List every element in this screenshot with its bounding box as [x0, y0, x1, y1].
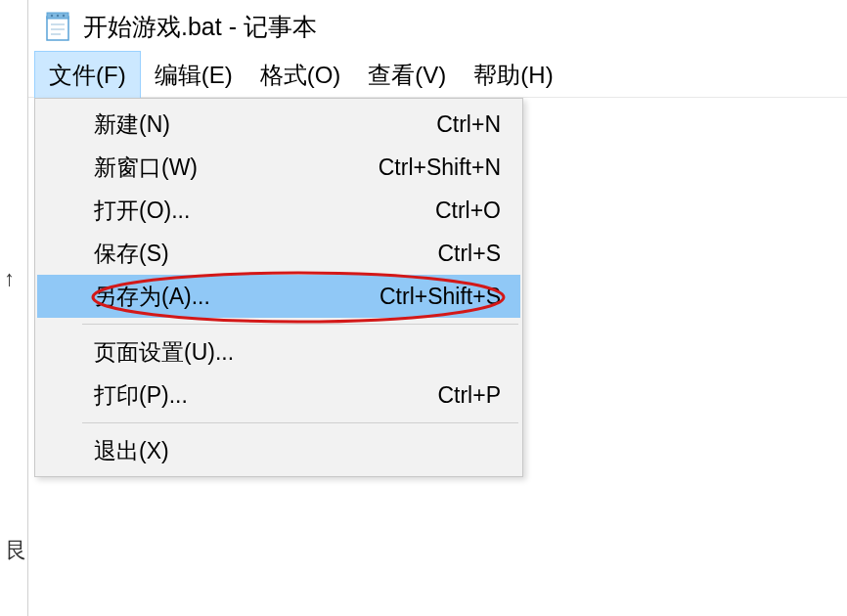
menu-item-save[interactable]: 保存(S) Ctrl+S: [37, 232, 520, 275]
menu-item-save-as[interactable]: 另存为(A)... Ctrl+Shift+S: [37, 275, 520, 318]
menu-item-print[interactable]: 打印(P)... Ctrl+P: [37, 374, 520, 417]
file-dropdown-menu: 新建(N) Ctrl+N 新窗口(W) Ctrl+Shift+N 打开(O)..…: [34, 98, 523, 477]
menu-format[interactable]: 格式(O): [246, 52, 355, 99]
menu-separator: [82, 422, 518, 423]
menu-item-page-setup[interactable]: 页面设置(U)...: [37, 330, 520, 374]
menu-item-label: 打印(P)...: [94, 380, 188, 411]
menu-item-label: 保存(S): [94, 239, 169, 269]
menu-view[interactable]: 查看(V): [354, 52, 460, 99]
menubar: 文件(F) 编辑(E) 格式(O) 查看(V) 帮助(H): [28, 53, 847, 98]
menu-item-shortcut: Ctrl+O: [435, 198, 501, 224]
svg-point-3: [57, 15, 59, 17]
menu-item-shortcut: Ctrl+N: [436, 111, 501, 138]
window-title: 开始游戏.bat - 记事本: [83, 11, 317, 43]
menu-item-shortcut: Ctrl+P: [437, 382, 501, 409]
menu-help[interactable]: 帮助(H): [460, 52, 566, 99]
menu-item-new-window[interactable]: 新窗口(W) Ctrl+Shift+N: [37, 146, 520, 189]
menu-item-label: 退出(X): [94, 436, 169, 466]
cropped-left-edge: ↑ 艮: [0, 0, 27, 616]
notepad-window: 开始游戏.bat - 记事本 文件(F) 编辑(E) 格式(O) 查看(V) 帮…: [27, 0, 847, 616]
menu-item-shortcut: Ctrl+Shift+N: [379, 154, 501, 181]
menu-item-label: 打开(O)...: [94, 196, 190, 226]
menu-item-exit[interactable]: 退出(X): [37, 429, 520, 472]
menu-item-label: 新窗口(W): [94, 153, 198, 183]
menu-file[interactable]: 文件(F): [34, 51, 141, 100]
titlebar: 开始游戏.bat - 记事本: [28, 0, 847, 53]
svg-point-4: [63, 15, 65, 17]
menu-item-open[interactable]: 打开(O)... Ctrl+O: [37, 189, 520, 232]
menu-separator: [82, 324, 518, 325]
menu-item-label: 页面设置(U)...: [94, 337, 234, 368]
svg-point-2: [51, 15, 53, 17]
svg-rect-0: [47, 17, 68, 40]
menu-item-label: 另存为(A)...: [94, 282, 210, 312]
notepad-icon: [44, 11, 71, 42]
menu-item-shortcut: Ctrl+Shift+S: [379, 284, 501, 310]
menu-item-label: 新建(N): [94, 110, 170, 140]
menu-edit[interactable]: 编辑(E): [141, 52, 246, 99]
menu-item-new[interactable]: 新建(N) Ctrl+N: [37, 103, 520, 146]
menu-item-shortcut: Ctrl+S: [437, 241, 501, 267]
